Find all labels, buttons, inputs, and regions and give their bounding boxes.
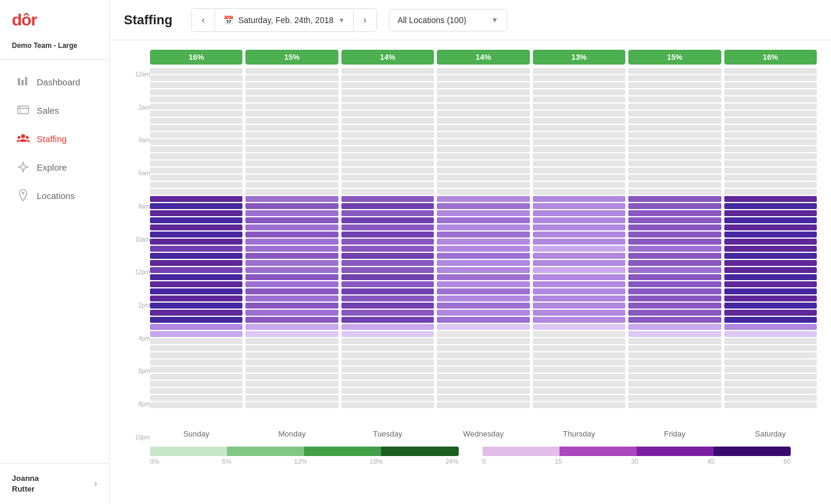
grid-cell: [724, 82, 817, 88]
grid-cell: [628, 203, 721, 209]
grid-row: [150, 381, 817, 387]
user-info: Joanna Rutter: [12, 473, 39, 495]
grid-cell: [245, 203, 338, 209]
grid-cell: [245, 82, 338, 88]
pct-saturday: 16%: [724, 50, 817, 65]
grid-row: [150, 182, 817, 188]
grid-cell: [533, 160, 625, 166]
grid-cell: [437, 388, 529, 394]
grid-cell: [628, 168, 721, 174]
grid-cell: [245, 97, 338, 102]
grid-cell: [437, 175, 529, 181]
legend-green-seg1: [150, 447, 227, 456]
grid-cell: [150, 210, 242, 216]
grid-row: [150, 175, 817, 181]
grid-cell: [150, 175, 242, 181]
grid-cell: [341, 296, 434, 301]
sidebar-item-locations[interactable]: Locations: [5, 182, 104, 209]
grid-cell: [150, 303, 242, 309]
grid-cell: [437, 139, 529, 145]
grid-row: [150, 310, 817, 316]
grid-cell: [628, 317, 721, 323]
grid-cell: [628, 189, 721, 195]
grid-cell: [724, 274, 817, 280]
sidebar-item-dashboard[interactable]: Dashboard: [5, 68, 104, 95]
grid-cell: [245, 317, 338, 323]
grid-cell: [341, 168, 434, 174]
grid-cell: [341, 189, 434, 195]
grid-cell: [341, 402, 434, 408]
grid-cell: [341, 111, 434, 117]
grid-cell: [341, 224, 434, 230]
grid-cell: [628, 303, 721, 309]
sidebar-item-sales[interactable]: Sales: [5, 97, 104, 124]
grid-cell: [341, 395, 434, 401]
grid-cell: [724, 367, 817, 373]
grid-cell: [150, 139, 242, 145]
grid-cell: [150, 388, 242, 394]
grid-cell: [533, 253, 625, 259]
day-saturday: Saturday: [724, 429, 817, 438]
grid-cell: [533, 274, 625, 280]
grid-cell: [150, 359, 242, 365]
sidebar-footer[interactable]: Joanna Rutter ›: [0, 463, 109, 504]
grid-cell: [533, 395, 625, 401]
sidebar-label-explore: Explore: [37, 162, 67, 172]
grid-cell: [724, 288, 817, 294]
grid-cell: [341, 146, 434, 152]
legend-utilization: 0% 6% 12% 18% 24%: [150, 447, 459, 465]
grid-cell: [724, 338, 817, 344]
legend-purple-seg3: [637, 447, 714, 456]
grid-cell: [437, 274, 529, 280]
pct-thursday: 13%: [533, 50, 625, 65]
grid-cell: [245, 253, 338, 259]
svg-rect-0: [18, 78, 20, 85]
grid-cell: [245, 260, 338, 266]
location-select[interactable]: All Locations (100) ▼: [389, 9, 507, 31]
grid-cell: [437, 303, 529, 309]
grid-cell: [245, 196, 338, 202]
grid-cell: [437, 217, 529, 223]
next-date-button[interactable]: ›: [354, 9, 376, 31]
grid-cell: [724, 89, 817, 95]
grid-cell: [533, 224, 625, 230]
chart-container: 12am 2am 4am 6am 8am 10am 12pm 2pm 4pm 6…: [110, 40, 831, 504]
date-display[interactable]: 📅 Saturday, Feb. 24th, 2018 ▼: [215, 9, 354, 31]
grid-cell: [150, 111, 242, 117]
location-select-value: All Locations (100): [398, 15, 466, 25]
grid-cell: [724, 352, 817, 358]
heatmap-grid: 16% 15% 14% 14% 13% 15% 16% Sunday Monda…: [150, 50, 817, 441]
grid-cell: [245, 153, 338, 159]
sidebar-item-staffing[interactable]: Staffing: [5, 125, 104, 152]
grid-cell: [628, 260, 721, 266]
day-names: Sunday Monday Tuesday Wednesday Thursday…: [150, 429, 817, 441]
time-label-4pm: 4pm: [124, 335, 150, 342]
grid-cell: [724, 296, 817, 301]
grid-cell: [628, 310, 721, 316]
grid-cell: [437, 310, 529, 316]
grid-cell: [150, 203, 242, 209]
grid-cell: [533, 196, 625, 202]
grid-cell: [245, 338, 338, 344]
date-text: Saturday, Feb. 24th, 2018: [238, 15, 334, 25]
grid-cell: [628, 374, 721, 380]
grid-cell: [724, 217, 817, 223]
grid-cell: [724, 253, 817, 259]
grid-cell: [533, 310, 625, 316]
grid-cell: [724, 132, 817, 138]
grid-cell: [724, 303, 817, 309]
grid-cell: [437, 203, 529, 209]
grid-cell: [724, 317, 817, 323]
sidebar-item-explore[interactable]: Explore: [5, 153, 104, 181]
grid-row: [150, 139, 817, 145]
grid-cell: [437, 182, 529, 188]
prev-date-button[interactable]: ‹: [192, 9, 215, 31]
grid-cell: [628, 210, 721, 216]
legend-label-18pct: 18%: [370, 458, 383, 465]
grid-cell: [724, 175, 817, 181]
grid-row: [150, 97, 817, 102]
sidebar-label-sales: Sales: [37, 105, 59, 115]
pct-tuesday: 14%: [341, 50, 434, 65]
grid-cell: [245, 246, 338, 252]
svg-rect-2: [25, 77, 27, 85]
